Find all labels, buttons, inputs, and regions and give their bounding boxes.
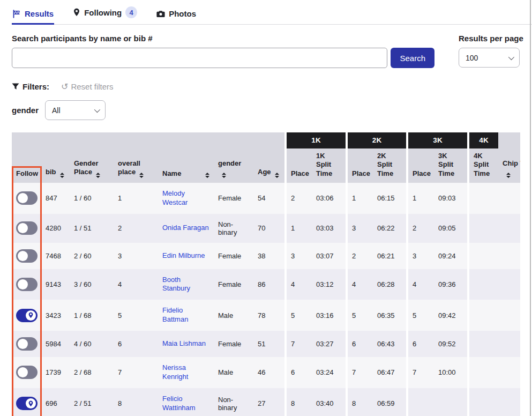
- column-header-overall-place[interactable]: overall place: [114, 148, 158, 183]
- participant-link[interactable]: Booth Stanbury: [162, 276, 190, 293]
- 1k-place-cell: 3: [287, 243, 312, 269]
- overall-place-cell: 8: [114, 388, 158, 416]
- 1k-split-cell: 03:16: [312, 300, 346, 331]
- column-header-bib[interactable]: bib: [41, 148, 70, 183]
- column-header-age[interactable]: Age: [253, 148, 284, 183]
- name-cell: Maia Lishman: [158, 331, 214, 357]
- follow-toggle[interactable]: [16, 309, 38, 322]
- checkered-flag-icon: [12, 10, 21, 18]
- reset-icon: ↺: [61, 83, 68, 91]
- 1k-place-cell: 1: [287, 214, 312, 243]
- 2k-place-cell: 7: [348, 357, 373, 388]
- column-header-name[interactable]: Name: [158, 148, 214, 183]
- 1k-split-cell: 03:40: [312, 388, 346, 416]
- sort-icon: [275, 173, 279, 178]
- reset-filters-button[interactable]: ↺ Reset filters: [61, 82, 114, 91]
- gender-select[interactable]: All: [45, 100, 106, 120]
- search-button[interactable]: Search: [391, 48, 434, 68]
- chip-time-cell: [498, 357, 520, 388]
- table-row: 9143 3 / 60 4 Booth Stanbury Female 86 4…: [12, 269, 520, 300]
- results-per-page-value: 100: [466, 54, 478, 62]
- age-cell: 46: [253, 357, 284, 388]
- participant-link[interactable]: Nerissa Kenright: [162, 363, 188, 381]
- follow-toggle[interactable]: [16, 278, 38, 291]
- name-cell: Fidelio Battman: [158, 300, 214, 331]
- participant-link[interactable]: Maia Lishman: [162, 339, 206, 347]
- participant-link[interactable]: Onida Faragan: [162, 224, 209, 232]
- age-cell: 27: [253, 388, 284, 416]
- search-section: Search participants by name or bib # Sea…: [12, 34, 532, 68]
- 1k-split-cell: 03:03: [312, 214, 346, 243]
- 2k-split-cell: 06:15: [373, 183, 406, 214]
- follow-toggle[interactable]: [16, 337, 38, 351]
- follow-cell: [12, 269, 41, 300]
- column-header-gender[interactable]: gender: [214, 148, 253, 183]
- age-cell: 51: [253, 331, 284, 357]
- 3k-place-cell: 6: [408, 331, 434, 357]
- chip-time-cell: [498, 269, 520, 300]
- 1k-place-cell: 2: [287, 183, 312, 214]
- 1k-place-cell: 8: [287, 388, 312, 416]
- overall-place-cell: 7: [114, 357, 158, 388]
- filter-funnel-icon: [12, 83, 19, 90]
- follow-cell: [12, 243, 41, 269]
- 3k-place-cell: 3: [408, 243, 434, 269]
- 3k-place-cell: 1: [408, 183, 434, 214]
- participant-link[interactable]: Edin Milburne: [162, 251, 205, 259]
- table-row: 4280 1 / 51 2 Onida Faragan Non-binary 7…: [12, 214, 520, 243]
- toggle-knob: [18, 279, 28, 289]
- chip-time-cell: [498, 331, 520, 357]
- search-input[interactable]: [12, 48, 387, 68]
- follow-toggle[interactable]: [16, 366, 38, 379]
- toggle-knob: [18, 367, 28, 377]
- results-per-page-select[interactable]: 100: [459, 48, 520, 68]
- bib-cell: 7468: [41, 243, 70, 269]
- table-row: 7468 2 / 60 3 Edin Milburne Female 38 3 …: [12, 243, 520, 269]
- results-table-body: 847 1 / 60 1 Melody Westcar Female 54 2 …: [12, 183, 520, 416]
- bib-cell: 9143: [41, 269, 70, 300]
- gender-place-cell: 2 / 68: [70, 357, 114, 388]
- camera-icon: [156, 10, 165, 18]
- follow-toggle[interactable]: [16, 397, 38, 410]
- tab-following[interactable]: Following 4: [72, 5, 138, 25]
- 4k-split-cell: [469, 357, 498, 388]
- sort-icon: [205, 173, 209, 178]
- follow-cell: [12, 388, 41, 416]
- name-cell: Booth Stanbury: [158, 269, 214, 300]
- bib-cell: 3423: [41, 300, 70, 331]
- column-header-gender-place[interactable]: Gender Place: [70, 148, 114, 183]
- tab-results[interactable]: Results: [12, 8, 54, 25]
- follow-toggle[interactable]: [16, 191, 38, 205]
- 3k-place-cell: [408, 388, 434, 416]
- age-cell: 78: [253, 300, 284, 331]
- 1k-split-cell: 03:24: [312, 357, 346, 388]
- participant-link[interactable]: Felicio Wattinham: [162, 395, 196, 412]
- toggle-knob: [18, 339, 28, 349]
- 4k-split-cell: [469, 269, 498, 300]
- name-cell: Melody Westcar: [158, 183, 214, 214]
- 3k-split-cell: 09:24: [434, 243, 467, 269]
- bib-cell: 1739: [41, 357, 70, 388]
- 3k-place-cell: 4: [408, 269, 434, 300]
- follow-cell: [12, 331, 41, 357]
- follow-toggle[interactable]: [16, 221, 38, 235]
- follow-toggle[interactable]: [16, 249, 38, 263]
- gender-place-cell: 4 / 60: [70, 331, 114, 357]
- 3k-split-cell: 09:36: [434, 269, 467, 300]
- sort-icon: [222, 173, 226, 178]
- column-header-chip-time[interactable]: Chip Time: [498, 148, 520, 183]
- name-cell: Onida Faragan: [158, 214, 214, 243]
- filters-bar: Filters: ↺ Reset filters: [12, 82, 532, 91]
- location-pin-icon: [28, 312, 34, 318]
- 1k-place-cell: 6: [287, 357, 312, 388]
- tab-photos-label: Photos: [169, 9, 196, 18]
- right-edge-divider: [530, 0, 531, 416]
- participant-link[interactable]: Fidelio Battman: [162, 306, 188, 323]
- tab-photos[interactable]: Photos: [156, 8, 197, 25]
- group-header-4k: 4K: [469, 132, 498, 148]
- 4k-split-cell: [469, 388, 498, 416]
- bib-cell: 696: [41, 388, 70, 416]
- group-header-1k: 1K: [287, 132, 346, 148]
- gender-place-cell: 2 / 60: [70, 243, 114, 269]
- participant-link[interactable]: Melody Westcar: [162, 189, 188, 206]
